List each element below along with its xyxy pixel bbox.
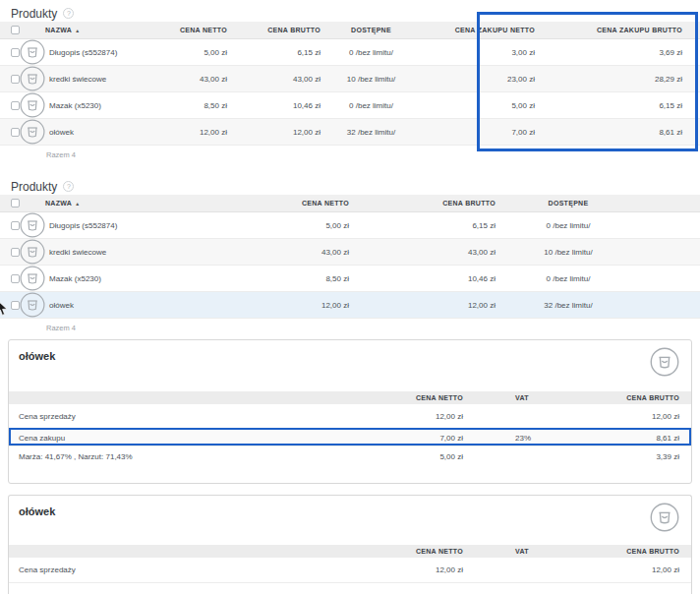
table-row[interactable]: Długopis (s552874) 5,00 zł 6,15 zł 0 /be… — [0, 39, 700, 66]
page-title: Produkty — [11, 7, 57, 21]
product-icon — [20, 39, 45, 65]
cell-cena-netto: 43,00 zł — [135, 248, 355, 257]
product-title: ołówek — [19, 350, 55, 362]
help-icon[interactable]: ? — [63, 8, 74, 19]
cell-cena-brutto: 12,00 zł — [233, 128, 324, 137]
cell-dostepne: 0 /bez limitu/ — [499, 274, 637, 283]
cell-cena-zakupu-netto: 3,00 zł — [418, 48, 541, 57]
product-icon — [20, 92, 45, 118]
column-header-cena-brutto[interactable]: CENA BRUTTO — [355, 200, 499, 207]
row-checkbox[interactable] — [11, 128, 20, 137]
product-detail-panel: ołówek CENA NETTO VAT CENA BRUTTO Cena s… — [8, 495, 692, 594]
cell-cena-netto: 12,00 zł — [345, 565, 463, 574]
column-header-cena-netto[interactable]: CENA NETTO — [135, 27, 233, 33]
price-row-label: Cena sprzedaży — [9, 412, 345, 421]
sort-asc-icon: ▲ — [75, 28, 80, 33]
product-name: ołówek — [46, 128, 135, 137]
cell-dostepne: 0 /bez limitu/ — [324, 101, 418, 110]
product-name: Mazak (x5230) — [46, 101, 135, 110]
product-name: Długopis (s552874) — [46, 48, 135, 57]
table-row-selected[interactable]: ołówek 12,00 zł 12,00 zł 32 /bez limitu/ — [0, 292, 700, 319]
cell-cena-netto: 8,50 zł — [135, 274, 355, 283]
column-header-cena-netto: CENA NETTO — [345, 548, 463, 555]
select-all-checkbox[interactable] — [11, 199, 20, 208]
cell-vat: 23% — [463, 434, 626, 443]
cell-cena-brutto: 6,15 zł — [355, 221, 499, 230]
column-header-dostepne[interactable]: DOSTĘPNE — [324, 27, 418, 33]
cell-cena-zakupu-brutto: 28,29 zł — [541, 75, 700, 84]
cell-dostepne: 10 /bez limitu/ — [324, 75, 418, 84]
product-name: kredki świecowe — [46, 75, 135, 84]
cell-dostepne: 32 /bez limitu/ — [324, 128, 418, 137]
table-row[interactable]: Mazak (x5230) 8,50 zł 10,46 zł 0 /bez li… — [0, 266, 700, 292]
table-header-row: NAZWA▲ CENA NETTO CENA BRUTTO DOSTĘPNE — [0, 195, 700, 212]
cell-cena-brutto: 10,46 zł — [355, 274, 499, 283]
price-table-header: CENA NETTO VAT CENA BRUTTO — [9, 391, 691, 404]
table-row[interactable]: kredki świecowe 43,00 zł 43,00 zł 10 /be… — [0, 239, 700, 266]
cell-dostepne: 10 /bez limitu/ — [499, 248, 637, 257]
column-header-nazwa[interactable]: NAZWA▲ — [20, 200, 135, 207]
row-checkbox[interactable] — [11, 75, 20, 84]
product-name: kredki świecowe — [46, 248, 135, 257]
cell-cena-brutto: 6,15 zł — [233, 48, 324, 57]
column-header-cena-zakupu-brutto[interactable]: CENA ZAKUPU BRUTTO — [541, 27, 700, 33]
row-count-footer: Razem 4 — [0, 146, 700, 161]
price-row-margin: Marża: 41,67% , Narzut: 71,43% 5,00 zł 3… — [9, 446, 691, 467]
column-header-cena-zakupu-netto[interactable]: CENA ZAKUPU NETTO — [418, 27, 541, 33]
column-header-vat: VAT — [463, 394, 626, 401]
price-row-label: Cena zakupu — [9, 434, 345, 443]
cell-cena-zakupu-brutto: 8,61 zł — [541, 128, 700, 137]
row-checkbox[interactable] — [11, 274, 20, 283]
cell-cena-brutto: 12,00 zł — [355, 301, 499, 310]
cell-dostepne: 0 /bez limitu/ — [499, 221, 637, 230]
cell-cena-netto: 5,00 zł — [345, 452, 463, 461]
product-icon — [20, 212, 45, 238]
cell-cena-netto: 8,50 zł — [135, 101, 233, 110]
products-table-section-middle: Produkty ? NAZWA▲ CENA NETTO CENA BRUTTO… — [0, 173, 700, 334]
select-all-checkbox[interactable] — [11, 26, 20, 34]
row-count-footer: Razem 4 — [0, 319, 700, 334]
cell-cena-netto: 12,00 zł — [135, 128, 233, 137]
table-row[interactable]: Długopis (s552874) 5,00 zł 6,15 zł 0 /be… — [0, 212, 700, 239]
column-header-cena-brutto[interactable]: CENA BRUTTO — [233, 27, 324, 33]
cell-cena-netto: 5,00 zł — [135, 48, 233, 57]
sort-asc-icon: ▲ — [75, 201, 80, 207]
row-checkbox[interactable] — [11, 101, 20, 110]
row-checkbox[interactable] — [11, 48, 20, 57]
product-icon — [20, 66, 45, 91]
product-name: ołówek — [46, 301, 135, 310]
cell-cena-brutto: 3,39 zł — [626, 452, 691, 461]
section-heading: Produkty ? — [0, 173, 700, 195]
cell-cena-netto: 43,00 zł — [135, 75, 233, 84]
price-row-label: Marża: 41,67% , Narzut: 71,43% — [9, 452, 345, 461]
column-header-cena-netto[interactable]: CENA NETTO — [135, 200, 355, 207]
row-checkbox[interactable] — [11, 221, 20, 230]
column-header-nazwa[interactable]: NAZWA▲ — [20, 27, 135, 33]
cell-cena-netto: 7,00 zł — [345, 434, 463, 443]
product-title: ołówek — [19, 505, 55, 517]
product-icon — [20, 239, 45, 265]
product-name: Długopis (s552874) — [46, 221, 135, 230]
column-header-dostepne[interactable]: DOSTĘPNE — [499, 200, 637, 207]
cell-cena-brutto: 43,00 zł — [233, 75, 324, 84]
cell-cena-zakupu-netto: 7,00 zł — [418, 128, 541, 137]
table-row[interactable]: Mazak (x5230) 8,50 zł 10,46 zł 0 /bez li… — [0, 92, 700, 119]
product-icon — [20, 119, 45, 145]
table-row[interactable]: kredki świecowe 43,00 zł 43,00 zł 10 /be… — [0, 66, 700, 92]
cell-cena-zakupu-brutto: 3,69 zł — [541, 48, 700, 57]
cell-cena-brutto: 12,00 zł — [626, 565, 691, 574]
cell-cena-netto: 12,00 zł — [345, 412, 463, 421]
table-row[interactable]: ołówek 12,00 zł 12,00 zł 32 /bez limitu/… — [0, 119, 700, 146]
cell-dostepne: 32 /bez limitu/ — [499, 301, 637, 310]
price-row-sale: Cena sprzedaży 12,00 zł 12,00 zł — [9, 558, 691, 583]
price-table-header: CENA NETTO VAT CENA BRUTTO — [9, 545, 691, 558]
cell-cena-netto: 5,00 zł — [135, 221, 355, 230]
help-icon[interactable]: ? — [63, 181, 74, 192]
product-detail-panel: ołówek CENA NETTO VAT CENA BRUTTO Cena s… — [8, 339, 692, 484]
row-checkbox[interactable] — [11, 301, 20, 310]
product-icon — [20, 292, 45, 318]
mouse-cursor-icon — [0, 299, 9, 317]
row-checkbox[interactable] — [11, 248, 20, 257]
product-icon — [650, 503, 679, 532]
cell-cena-brutto: 43,00 zł — [355, 248, 499, 257]
